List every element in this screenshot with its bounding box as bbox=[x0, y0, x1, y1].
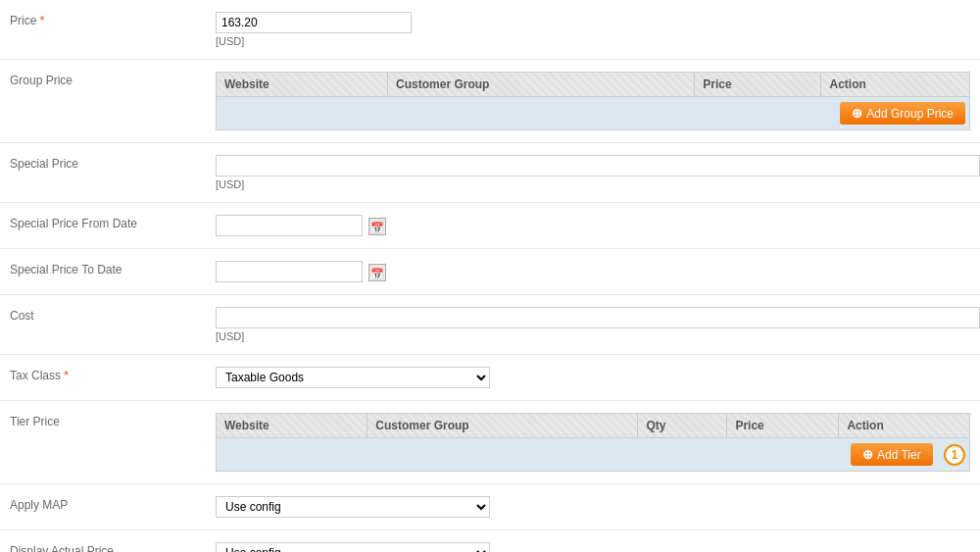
add-group-price-icon: ⊕ bbox=[852, 106, 862, 121]
display-actual-price-field: Use config Yes No bbox=[206, 538, 980, 552]
cost-row: Cost [USD] bbox=[0, 295, 980, 355]
group-price-table: Website Customer Group Price Action ⊕ Ad… bbox=[216, 72, 970, 130]
add-tier-button[interactable]: ⊕ Add Tier bbox=[851, 443, 933, 466]
group-price-col-action: Action bbox=[821, 73, 970, 97]
special-price-from-input[interactable] bbox=[216, 215, 363, 236]
special-price-to-input[interactable] bbox=[216, 261, 363, 282]
display-actual-price-select[interactable]: Use config Yes No bbox=[216, 542, 490, 552]
price-label: Price * bbox=[0, 8, 206, 33]
special-price-from-label: Special Price From Date bbox=[0, 211, 206, 236]
price-field: [USD] bbox=[206, 8, 980, 51]
special-price-from-calendar-icon[interactable]: 📅 bbox=[368, 218, 386, 235]
tier-price-badge: 1 bbox=[944, 444, 965, 466]
tax-class-row: Tax Class * Taxable Goods None Shipping bbox=[0, 355, 980, 401]
cost-field: [USD] bbox=[206, 303, 980, 346]
tier-price-col-price: Price bbox=[727, 414, 839, 438]
price-required-mark: * bbox=[40, 14, 45, 27]
tax-class-required-mark: * bbox=[64, 369, 69, 382]
apply-map-field: Use config Yes No bbox=[206, 492, 980, 522]
price-currency: [USD] bbox=[216, 35, 970, 47]
tier-price-col-website: Website bbox=[217, 414, 368, 438]
tier-price-col-customer-group: Customer Group bbox=[368, 414, 638, 438]
add-group-price-label: Add Group Price bbox=[866, 107, 954, 121]
tax-class-field: Taxable Goods None Shipping bbox=[206, 363, 980, 392]
special-price-to-calendar-icon[interactable]: 📅 bbox=[368, 264, 386, 281]
tier-price-table: Website Customer Group Qty Price Action … bbox=[216, 413, 970, 472]
special-price-from-row: Special Price From Date 📅 bbox=[0, 203, 980, 249]
group-price-col-price: Price bbox=[695, 73, 821, 97]
price-label-text: Price bbox=[10, 14, 36, 27]
add-tier-icon: ⊕ bbox=[862, 447, 873, 462]
cost-currency: [USD] bbox=[216, 330, 980, 342]
special-price-to-row: Special Price To Date 📅 bbox=[0, 249, 980, 295]
tier-price-add-row: ⊕ Add Tier 1 bbox=[217, 438, 970, 472]
tier-price-col-action: Action bbox=[839, 414, 970, 438]
cost-label: Cost bbox=[0, 303, 206, 328]
special-price-to-field: 📅 bbox=[206, 257, 980, 286]
tax-class-label-text: Tax Class bbox=[10, 369, 61, 382]
apply-map-select[interactable]: Use config Yes No bbox=[216, 496, 490, 518]
apply-map-row: Apply MAP Use config Yes No bbox=[0, 484, 980, 530]
display-actual-price-row: Display Actual Price Use config Yes No bbox=[0, 530, 980, 552]
special-price-to-label: Special Price To Date bbox=[0, 257, 206, 282]
display-actual-price-label: Display Actual Price bbox=[0, 538, 206, 552]
tier-price-row: Tier Price Website Customer Group Qty Pr… bbox=[0, 401, 980, 484]
form-container: Price * [USD] Group Price Website Custom… bbox=[0, 0, 980, 552]
tax-class-label: Tax Class * bbox=[0, 363, 206, 388]
apply-map-label: Apply MAP bbox=[0, 492, 206, 518]
group-price-field: Website Customer Group Price Action ⊕ Ad… bbox=[206, 68, 980, 134]
special-price-input[interactable] bbox=[216, 155, 980, 176]
group-price-add-row: ⊕ Add Group Price bbox=[217, 97, 970, 130]
group-price-label: Group Price bbox=[0, 68, 206, 93]
tier-price-label: Tier Price bbox=[0, 409, 206, 434]
special-price-field: [USD] bbox=[206, 151, 980, 194]
add-group-price-button[interactable]: ⊕ Add Group Price bbox=[840, 102, 965, 125]
special-price-row: Special Price [USD] bbox=[0, 143, 980, 203]
tier-price-field: Website Customer Group Qty Price Action … bbox=[206, 409, 980, 476]
tax-class-select[interactable]: Taxable Goods None Shipping bbox=[216, 367, 490, 388]
group-price-row: Group Price Website Customer Group Price… bbox=[0, 60, 980, 143]
add-tier-label: Add Tier bbox=[877, 448, 921, 462]
tier-price-col-qty: Qty bbox=[638, 414, 727, 438]
group-price-col-website: Website bbox=[217, 73, 388, 97]
price-row: Price * [USD] bbox=[0, 0, 980, 60]
price-input[interactable] bbox=[216, 12, 412, 33]
special-price-label: Special Price bbox=[0, 151, 206, 176]
special-price-currency: [USD] bbox=[216, 178, 980, 190]
group-price-col-customer-group: Customer Group bbox=[388, 73, 695, 97]
cost-input[interactable] bbox=[216, 307, 980, 328]
special-price-from-field: 📅 bbox=[206, 211, 980, 240]
